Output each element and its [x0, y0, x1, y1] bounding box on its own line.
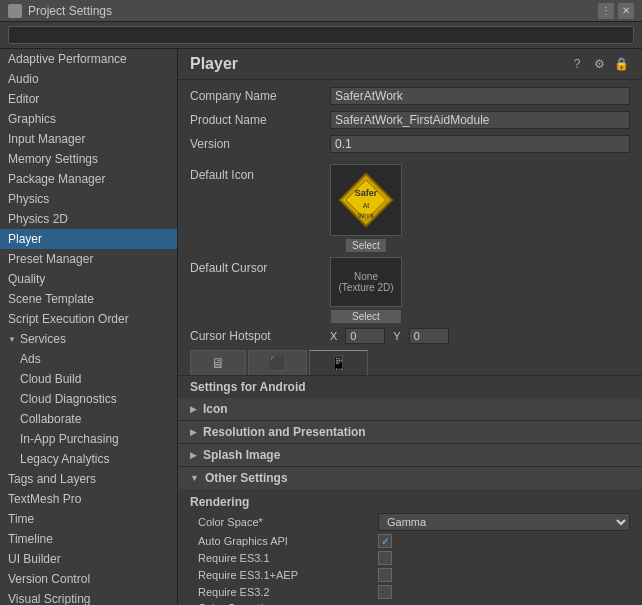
sidebar: Adaptive PerformanceAudioEditorGraphicsI… [0, 49, 178, 605]
sidebar-item-graphics[interactable]: Graphics [0, 109, 177, 129]
company-name-input[interactable] [330, 87, 630, 105]
other-triangle: ▼ [190, 473, 199, 483]
x-label: X [330, 330, 337, 342]
x-input[interactable] [345, 328, 385, 344]
require-es31-row: Require ES3.1 [190, 551, 630, 565]
window-icon [8, 4, 22, 18]
y-label: Y [393, 330, 400, 342]
require-es31aep-label: Require ES3.1+AEP [198, 569, 378, 581]
auto-graphics-row: Auto Graphics API ✓ [190, 534, 630, 548]
auto-graphics-checkbox[interactable]: ✓ [378, 534, 392, 548]
cursor-texture-text: (Texture 2D) [338, 282, 393, 293]
icon-section-header[interactable]: ▶ Icon [178, 398, 642, 420]
webgl-icon: ⬛ [269, 355, 286, 371]
sidebar-item-audio[interactable]: Audio [0, 69, 177, 89]
resolution-section-header[interactable]: ▶ Resolution and Presentation [178, 421, 642, 443]
android-icon: 📱 [330, 355, 347, 371]
menu-btn[interactable]: ⋮ [598, 3, 614, 19]
services-triangle: ▼ [8, 335, 16, 344]
sidebar-item-tags-and-layers[interactable]: Tags and Layers [0, 469, 177, 489]
require-es32-row: Require ES3.2 [190, 585, 630, 599]
resolution-section: ▶ Resolution and Presentation [178, 421, 642, 444]
select-icon-button[interactable]: Select [345, 238, 387, 253]
help-icon[interactable]: ? [568, 55, 586, 73]
require-es31aep-checkbox[interactable] [378, 568, 392, 582]
sidebar-item-collaborate[interactable]: Collaborate [0, 409, 177, 429]
resolution-triangle: ▶ [190, 427, 197, 437]
close-btn[interactable]: ✕ [618, 3, 634, 19]
tab-standalone[interactable]: 🖥 [190, 350, 246, 375]
content-area: Player ? ⚙ 🔒 Company Name Product Name V… [178, 49, 642, 605]
android-settings-header: Settings for Android [178, 376, 642, 398]
sidebar-item-legacy-analytics[interactable]: Legacy Analytics [0, 449, 177, 469]
other-settings-label: Other Settings [205, 471, 288, 485]
sidebar-item-preset-manager[interactable]: Preset Manager [0, 249, 177, 269]
other-settings-section: ▼ Other Settings Rendering Color Space* … [178, 467, 642, 605]
window-title: Project Settings [28, 4, 592, 18]
sidebar-item-script-execution-order[interactable]: Script Execution Order [0, 309, 177, 329]
version-input[interactable] [330, 135, 630, 153]
sidebar-item-package-manager[interactable]: Package Manager [0, 169, 177, 189]
window-controls: ⋮ ✕ [598, 3, 634, 19]
sidebar-item-ui-builder[interactable]: UI Builder [0, 549, 177, 569]
cursor-none-text: None [354, 271, 378, 282]
sidebar-item-textmesh-pro[interactable]: TextMesh Pro [0, 489, 177, 509]
other-settings-header[interactable]: ▼ Other Settings [178, 467, 642, 489]
sidebar-item-timeline[interactable]: Timeline [0, 529, 177, 549]
select-cursor-button[interactable]: Select [330, 309, 402, 324]
company-name-row: Company Name [190, 86, 630, 106]
sidebar-item-services[interactable]: ▼Services [0, 329, 177, 349]
sidebar-item-input-manager[interactable]: Input Manager [0, 129, 177, 149]
cursor-hotspot-row: Cursor Hotspot X Y [178, 328, 642, 344]
color-space-select[interactable]: Gamma Linear [378, 513, 630, 531]
y-input[interactable] [409, 328, 449, 344]
page-title: Player [190, 55, 560, 73]
sidebar-item-editor[interactable]: Editor [0, 89, 177, 109]
sidebar-item-visual-scripting[interactable]: Visual Scripting [0, 589, 177, 605]
svg-text:At: At [363, 202, 370, 209]
sidebar-item-in-app-purchasing[interactable]: In-App Purchasing [0, 429, 177, 449]
tab-webgl[interactable]: ⬛ [248, 350, 307, 375]
product-name-input[interactable] [330, 111, 630, 129]
sidebar-item-physics[interactable]: Physics [0, 189, 177, 209]
search-input[interactable] [8, 26, 634, 44]
sidebar-item-version-control[interactable]: Version Control [0, 569, 177, 589]
require-es32-label: Require ES3.2 [198, 586, 378, 598]
splash-section-header[interactable]: ▶ Splash Image [178, 444, 642, 466]
default-icon-label: Default Icon [190, 164, 330, 182]
icon-triangle: ▶ [190, 404, 197, 414]
splash-section: ▶ Splash Image [178, 444, 642, 467]
sidebar-item-adaptive-performance[interactable]: Adaptive Performance [0, 49, 177, 69]
sidebar-item-quality[interactable]: Quality [0, 269, 177, 289]
lock-icon[interactable]: 🔒 [612, 55, 630, 73]
sidebar-item-scene-template[interactable]: Scene Template [0, 289, 177, 309]
tab-android[interactable]: 📱 [309, 350, 368, 375]
require-es32-checkbox[interactable] [378, 585, 392, 599]
icon-preview-container: Safer At Work Select [330, 164, 402, 253]
settings-icon[interactable]: ⚙ [590, 55, 608, 73]
require-es31-checkbox[interactable] [378, 551, 392, 565]
company-name-label: Company Name [190, 89, 330, 103]
svg-text:Safer: Safer [355, 188, 378, 198]
monitor-icon: 🖥 [211, 355, 225, 371]
rendering-header: Rendering [190, 495, 630, 509]
player-header: Player ? ⚙ 🔒 [178, 49, 642, 80]
cursor-preview-box: None (Texture 2D) [330, 257, 402, 307]
sidebar-item-ads[interactable]: Ads [0, 349, 177, 369]
sidebar-item-time[interactable]: Time [0, 509, 177, 529]
splash-triangle: ▶ [190, 450, 197, 460]
cursor-hotspot-label: Cursor Hotspot [190, 329, 330, 343]
version-label: Version [190, 137, 330, 151]
color-space-label: Color Space* [198, 516, 378, 528]
sidebar-item-cloud-diagnostics[interactable]: Cloud Diagnostics [0, 389, 177, 409]
sidebar-item-physics-2d[interactable]: Physics 2D [0, 209, 177, 229]
sidebar-item-memory-settings[interactable]: Memory Settings [0, 149, 177, 169]
resolution-section-label: Resolution and Presentation [203, 425, 366, 439]
auto-graphics-label: Auto Graphics API [198, 535, 378, 547]
default-icon-area: Default Icon Safer At Work Select [178, 164, 642, 253]
sidebar-item-player[interactable]: Player [0, 229, 177, 249]
icon-preview-box: Safer At Work [330, 164, 402, 236]
platform-tabs: 🖥 ⬛ 📱 [178, 350, 642, 376]
require-es31-label: Require ES3.1 [198, 552, 378, 564]
sidebar-item-cloud-build[interactable]: Cloud Build [0, 369, 177, 389]
